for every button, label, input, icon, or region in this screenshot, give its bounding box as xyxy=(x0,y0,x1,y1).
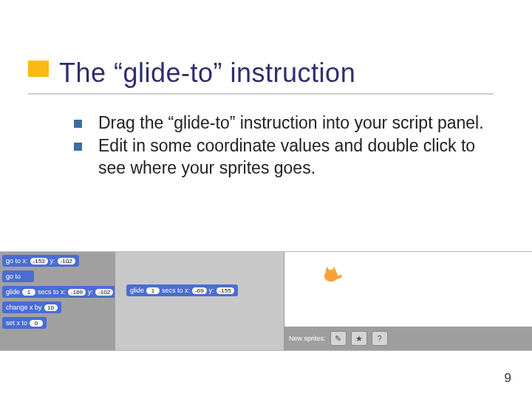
script-glide-block[interactable]: glide 1 secs to x: -69 y: -155 xyxy=(126,284,238,296)
paint-sprite-button[interactable]: ✎ xyxy=(330,331,347,346)
glide-block[interactable]: glide 1 secs to x: -169 y: -102 xyxy=(2,286,117,298)
slide-title: The “glide-to” instruction xyxy=(28,58,502,89)
change-x-block[interactable]: change x by 10 xyxy=(2,301,61,313)
star-icon: ★ xyxy=(355,334,363,344)
slide-number: 9 xyxy=(505,371,511,386)
set-x-block[interactable]: set x to 0 xyxy=(2,317,47,329)
bullet-icon xyxy=(74,143,82,151)
script-panel[interactable]: glide 1 secs to x: -69 y: -155 xyxy=(115,252,284,350)
new-sprites-label: New sprites: xyxy=(289,335,326,342)
bullet-icon xyxy=(74,120,82,128)
stage-area: x: -324 y: -76 New sprites: ✎ ★ ? xyxy=(284,252,532,350)
bullet-item: Edit in some coordinate values and doubl… xyxy=(74,135,488,179)
bullet-text: Edit in some coordinate values and doubl… xyxy=(98,135,488,179)
scratch-cat-sprite[interactable] xyxy=(323,267,342,284)
bullet-item: Drag the “glide-to” instruction into you… xyxy=(74,112,488,134)
title-area: The “glide-to” instruction xyxy=(28,58,502,89)
bullet-list: Drag the “glide-to” instruction into you… xyxy=(74,112,488,180)
choose-sprite-button[interactable]: ★ xyxy=(351,331,367,346)
blocks-palette: go to x: -153 y: -102 go to glide 1 secs… xyxy=(0,252,115,350)
stage-footer: New sprites: ✎ ★ ? xyxy=(284,327,532,350)
goto-xy-block[interactable]: go to x: -153 y: -102 xyxy=(2,255,79,267)
accent-square xyxy=(28,61,49,77)
scratch-screenshot: go to x: -153 y: -102 go to glide 1 secs… xyxy=(0,251,532,351)
bullet-text: Drag the “glide-to” instruction into you… xyxy=(98,112,484,134)
question-icon: ? xyxy=(377,334,381,343)
title-underline xyxy=(28,93,494,95)
goto-block[interactable]: go to xyxy=(2,270,34,282)
paint-icon: ✎ xyxy=(335,334,341,344)
random-sprite-button[interactable]: ? xyxy=(372,331,388,346)
